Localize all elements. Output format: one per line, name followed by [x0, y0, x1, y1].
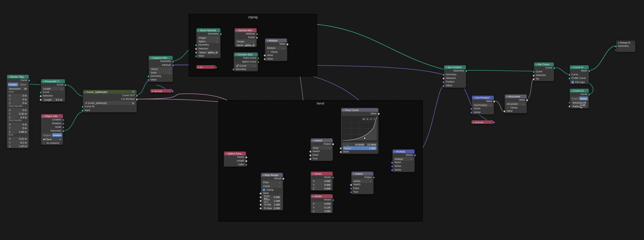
- node-bezier-segment[interactable]: Bezier Segment Curve Position Offset Res…: [6, 74, 29, 148]
- field-length[interactable]: Length0.1 m: [43, 98, 64, 101]
- dropdown-component[interactable]: 🔗 Curve: [235, 64, 257, 67]
- socket-in[interactable]: [503, 110, 506, 113]
- socket-in[interactable]: [615, 45, 617, 48]
- socket-in[interactable]: [470, 111, 473, 114]
- tab-original[interactable]: Original: [42, 133, 52, 137]
- node-switch-vector[interactable]: Switch Output Vector Switch False True: [351, 171, 374, 194]
- node-named-attribute[interactable]: Named Attribute Attribute Exists Integer…: [234, 28, 257, 47]
- check-clamp[interactable]: Clamp: [265, 50, 287, 53]
- node-store-named-attribute[interactable]: Store Named Attrib... Geometry Integer S…: [196, 28, 221, 58]
- node-modulo[interactable]: Modulo Value Modulo Clamp Value Value: [265, 38, 288, 61]
- field-to-max[interactable]: To Max0.000: [263, 206, 281, 210]
- socket-in[interactable]: [442, 76, 445, 80]
- field-z[interactable]: Z0.000: [312, 187, 332, 190]
- node-arccosine[interactable]: Arccosine Value Arccosine Clamp Value: [504, 94, 527, 114]
- node-header[interactable]: Store Named Attrib...: [196, 28, 220, 32]
- socket-out[interactable]: [257, 57, 260, 60]
- node-normal-2[interactable]: ▸ Normal: [471, 120, 494, 124]
- node-resample-curve[interactable]: Resample Curve Curve Length Curve Select…: [41, 79, 66, 102]
- socket-out[interactable]: [62, 126, 64, 128]
- socket-out[interactable]: [332, 199, 334, 201]
- node-header[interactable]: Float Curve: [341, 108, 378, 112]
- node-domain-size[interactable]: Domain Size Point Count Spline Count 🔗 C…: [234, 52, 258, 72]
- dropdown-type[interactable]: Float: [312, 146, 332, 150]
- socket-out[interactable]: [62, 122, 64, 125]
- socket-in[interactable]: [40, 91, 42, 94]
- field-name[interactable]: Namespline_id: [198, 50, 219, 54]
- dropdown-op[interactable]: Multiply: [394, 157, 414, 160]
- bezier-mode-tabs[interactable]: Position Offset: [8, 82, 28, 86]
- field-y[interactable]: Y0.120: [312, 206, 332, 209]
- node-header[interactable]: Object Info: [41, 114, 63, 118]
- dropdown-op[interactable]: Modulo: [266, 46, 286, 50]
- socket-in[interactable]: [147, 78, 150, 82]
- field-x[interactable]: X0.000: [312, 179, 332, 183]
- node-header[interactable]: Curve to Mesh: [570, 65, 589, 69]
- socket-out[interactable]: [588, 70, 590, 72]
- socket-in[interactable]: [391, 165, 393, 168]
- socket-out[interactable]: [171, 63, 175, 67]
- field-eh-x[interactable]: X0 m: [8, 122, 28, 126]
- dropdown-type[interactable]: Vector: [150, 67, 172, 70]
- node-header[interactable]: Switch: [352, 172, 373, 176]
- socket-out[interactable]: [525, 98, 529, 102]
- node-curve-to-mesh[interactable]: Curve to Mesh Mesh Curve Profile Curve ✓…: [569, 65, 589, 84]
- socket-in[interactable]: [568, 74, 570, 76]
- node-header[interactable]: Spline Parameter: [224, 152, 246, 155]
- node-multiply[interactable]: Multiply Vector Multiply Vector Vector V…: [392, 149, 415, 172]
- curve-tools-icon[interactable]: ⌄: [373, 118, 376, 120]
- tab-position[interactable]: Position: [8, 82, 18, 86]
- socket-out[interactable]: [62, 130, 64, 132]
- field-sh-z[interactable]: Z0.4 m: [8, 116, 28, 119]
- node-group-output[interactable]: Group Output Geometry: [616, 40, 636, 52]
- field-end-z[interactable]: Z1.47 m: [8, 144, 28, 148]
- node-header[interactable]: Vector: [311, 172, 332, 176]
- check-clamp[interactable]: Clamp: [505, 106, 527, 109]
- socket-out[interactable]: [28, 79, 30, 82]
- node-header[interactable]: Multiply: [393, 150, 414, 153]
- socket-in[interactable]: [568, 105, 570, 108]
- dropdown-op[interactable]: Dot Product: [473, 103, 493, 107]
- socket-out[interactable]: [172, 60, 174, 63]
- socket-in[interactable]: [264, 58, 266, 60]
- socket-out[interactable]: [588, 93, 590, 96]
- field-x[interactable]: X0.000: [312, 202, 332, 206]
- field-to-min[interactable]: To Min1.000: [263, 202, 281, 206]
- field-start-z[interactable]: Z0 m: [8, 101, 28, 105]
- node-header[interactable]: Set Curve Tilt: [534, 62, 554, 66]
- field-from-max[interactable]: From Max1.000: [263, 199, 281, 202]
- socket-in[interactable]: [442, 80, 445, 84]
- node-map-range[interactable]: Map Range Result Float Linear ✓Clamp Val…: [261, 173, 283, 210]
- field-y[interactable]: Y0.000: [312, 183, 332, 186]
- clear-icon[interactable]: ×: [60, 138, 61, 140]
- socket-out[interactable]: [257, 60, 260, 63]
- socket-in[interactable]: [568, 101, 570, 104]
- socket-in[interactable]: [232, 68, 235, 70]
- node-header[interactable]: Capture Attribute: [149, 56, 173, 60]
- socket-out[interactable]: [135, 98, 138, 101]
- socket-in[interactable]: [442, 84, 445, 87]
- node-object-info[interactable]: Object Info Location Rotation Scale Geom…: [41, 114, 64, 145]
- node-header[interactable]: Modulo: [265, 39, 287, 42]
- field-resolution[interactable]: Resolution16: [8, 87, 28, 90]
- field-group-name[interactable]: ✦ Curve_Splitting01▦: [84, 101, 136, 105]
- dropdown-op[interactable]: Arccosine: [506, 102, 526, 106]
- socket-in[interactable]: [470, 107, 473, 110]
- field-sh-y[interactable]: Y0.32 m: [8, 112, 28, 115]
- socket-out[interactable]: [492, 100, 496, 103]
- socket-in[interactable]: [81, 109, 84, 112]
- browse-icon[interactable]: ▦: [132, 102, 134, 104]
- socket-out[interactable]: [553, 67, 556, 69]
- socket-out[interactable]: [136, 94, 138, 97]
- tabs-mode[interactable]: Points Radius: [570, 96, 588, 100]
- node-curve-circle[interactable]: Curve Circle Curve Points Radius Resolut…: [569, 88, 589, 108]
- tab-radius[interactable]: Radius: [579, 96, 588, 100]
- node-normal[interactable]: ▸ Normal: [150, 89, 173, 93]
- socket-in[interactable]: [442, 74, 445, 76]
- node-header[interactable]: Switch: [311, 138, 332, 142]
- node-spline-parameter[interactable]: Spline Parameter Factor Length Index: [224, 151, 246, 167]
- socket-out[interactable]: [62, 118, 64, 121]
- socket-in[interactable]: [568, 77, 570, 80]
- tab-points[interactable]: Points: [570, 96, 579, 100]
- socket-out[interactable]: [492, 121, 496, 124]
